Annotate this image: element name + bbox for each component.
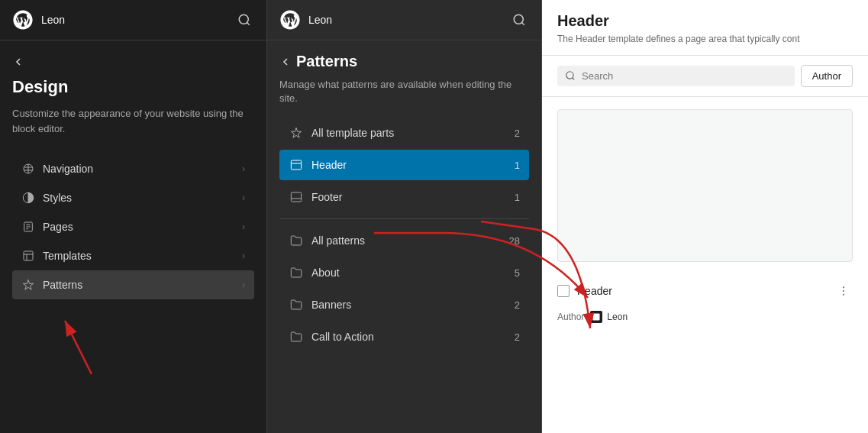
patterns-section1-list: All template parts 2 Header 1	[279, 118, 529, 212]
wordpress-logo	[12, 9, 34, 31]
nav-chevron-pages: ›	[242, 221, 245, 232]
pattern-item-banners-left: Banners	[289, 297, 351, 312]
header-icon	[289, 157, 304, 173]
pattern-count-all: 28	[509, 235, 520, 247]
author-label: Author	[557, 312, 584, 322]
svg-point-18	[843, 293, 844, 295]
back-chevron-icon-2	[279, 56, 292, 68]
sidebar-item-label-pages: Pages	[43, 221, 73, 233]
pattern-item-about[interactable]: About 5	[279, 257, 529, 288]
svg-point-17	[843, 290, 844, 292]
patterns-panel: Leon Patterns Manage what patterns are a…	[267, 0, 542, 433]
pattern-item-label-all-parts: All template parts	[311, 127, 394, 139]
svg-rect-19	[593, 313, 600, 320]
author-button[interactable]: Author	[801, 65, 853, 87]
pattern-item-footer[interactable]: Footer 1	[279, 182, 529, 212]
design-description: Customize the appearance of your website…	[12, 106, 254, 136]
author-theme: Leon	[590, 311, 628, 323]
search-icon-1	[237, 13, 251, 27]
pattern-item-label-footer: Footer	[311, 191, 342, 203]
svg-rect-7	[24, 251, 33, 260]
sidebar-item-label-navigation: Navigation	[43, 163, 93, 175]
sidebar-item-navigation[interactable]: Navigation ›	[12, 154, 254, 183]
search-button-1[interactable]	[234, 10, 254, 30]
search-button-2[interactable]	[509, 10, 529, 30]
styles-icon	[21, 191, 35, 205]
banners-icon	[289, 297, 304, 312]
nav-item-navigation-left: Navigation	[21, 162, 93, 176]
detail-top: Header The Header template defines a pag…	[542, 0, 868, 56]
back-nav-patterns[interactable]: Patterns	[279, 53, 529, 70]
design-panel-header: Leon	[0, 0, 266, 40]
more-options-button[interactable]	[834, 282, 853, 300]
pattern-count-cta: 2	[515, 331, 520, 343]
pattern-item-call-to-action[interactable]: Call to Action 2	[279, 322, 529, 352]
design-header-left: Leon	[12, 9, 65, 31]
detail-toolbar: Author	[542, 56, 868, 97]
navigation-icon	[21, 162, 35, 176]
patterns-content: Patterns Manage what patterns are availa…	[267, 40, 541, 433]
pattern-item-all-parts-left: All template parts	[289, 125, 394, 141]
sidebar-item-pages[interactable]: Pages ›	[12, 212, 254, 241]
header-item-label: Header	[577, 285, 612, 297]
header-preview	[557, 109, 853, 262]
search-bar[interactable]	[557, 66, 795, 86]
svg-rect-13	[291, 192, 301, 202]
nav-chevron-patterns: ›	[242, 280, 245, 290]
patterns-description: Manage what patterns are available when …	[279, 78, 529, 105]
pattern-item-label-banners: Banners	[311, 299, 351, 311]
svg-point-10	[514, 15, 523, 24]
nav-item-templates-left: Templates	[21, 249, 92, 263]
pages-icon	[21, 220, 35, 234]
author-row: Author Leon	[542, 308, 868, 326]
patterns-section2-list: All patterns 28 About 5	[279, 225, 529, 352]
back-nav-design[interactable]	[12, 56, 254, 68]
sidebar-item-label-patterns: Patterns	[43, 279, 82, 291]
nav-chevron-navigation: ›	[242, 163, 245, 174]
pattern-item-all-left: All patterns	[289, 233, 365, 248]
pattern-item-footer-left: Footer	[289, 189, 342, 205]
author-theme-icon	[590, 311, 602, 323]
nav-item-patterns-left: Patterns	[21, 278, 82, 292]
nav-item-pages-left: Pages	[21, 220, 73, 234]
design-content: Design Customize the appearance of your …	[0, 40, 266, 433]
header-checkbox[interactable]	[557, 285, 570, 297]
pattern-item-about-left: About	[289, 265, 340, 280]
patterns-title: Patterns	[296, 53, 357, 70]
header-detail-panel: Header The Header template defines a pag…	[542, 0, 868, 433]
detail-subtitle: The Header template defines a page area …	[557, 33, 853, 46]
svg-point-15	[566, 72, 573, 79]
pattern-count-about: 5	[515, 267, 520, 279]
svg-point-16	[843, 286, 844, 288]
design-title: Design	[12, 77, 254, 97]
header-item-left: Header	[557, 285, 612, 297]
sidebar-item-patterns[interactable]: Patterns ›	[12, 270, 254, 299]
pattern-item-all-patterns[interactable]: All patterns 28	[279, 225, 529, 256]
pattern-item-header-left: Header	[289, 157, 347, 173]
footer-icon	[289, 189, 304, 205]
pattern-item-banners[interactable]: Banners 2	[279, 289, 529, 320]
author-theme-name: Leon	[607, 312, 628, 322]
pattern-item-label-all: All patterns	[311, 234, 365, 247]
search-input[interactable]	[582, 70, 787, 82]
nav-item-styles-left: Styles	[21, 191, 72, 205]
pattern-count-header: 1	[515, 160, 520, 171]
sidebar-item-templates[interactable]: Templates ›	[12, 241, 254, 270]
pattern-item-header[interactable]: Header 1	[279, 150, 529, 180]
back-chevron-icon	[12, 56, 24, 68]
site-name-2: Leon	[308, 14, 332, 26]
sidebar-item-label-styles: Styles	[43, 192, 72, 204]
design-panel: Leon Design Customize the appearance of …	[0, 0, 267, 433]
pattern-item-all-template-parts[interactable]: All template parts 2	[279, 118, 529, 148]
about-icon	[289, 265, 304, 280]
sidebar-item-styles[interactable]: Styles ›	[12, 183, 254, 212]
header-item-row: Header	[542, 274, 868, 308]
cta-icon	[289, 329, 304, 344]
pattern-item-label-about: About	[311, 267, 340, 279]
patterns-divider	[279, 218, 529, 219]
nav-chevron-styles: ›	[242, 192, 245, 203]
svg-point-0	[239, 15, 248, 24]
more-icon	[837, 285, 850, 297]
patterns-icon	[21, 278, 35, 292]
pattern-count-banners: 2	[515, 299, 520, 311]
